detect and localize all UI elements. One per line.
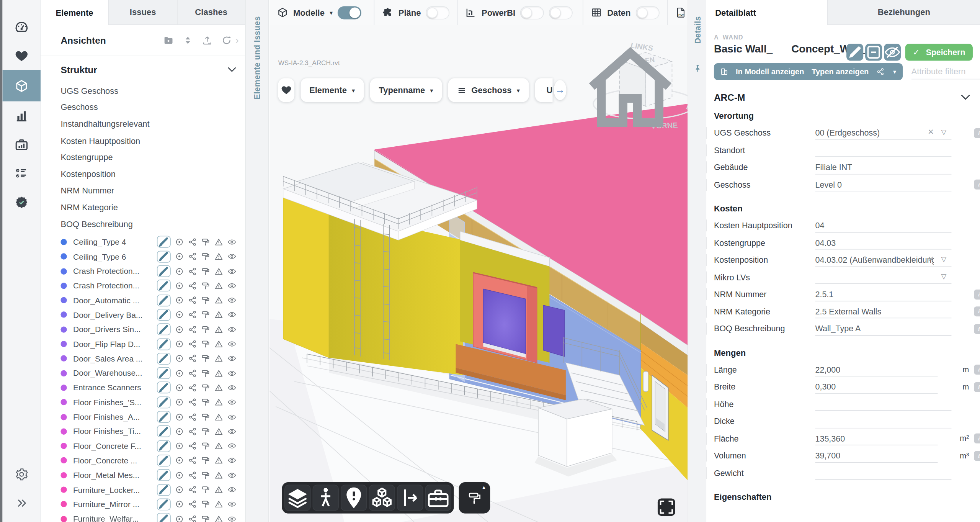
paint-roller-icon[interactable] (201, 398, 210, 407)
paint-roller-icon[interactable] (201, 514, 210, 522)
paintbrush-button[interactable] (157, 484, 171, 496)
type-row[interactable]: Door_Warehouse... (41, 366, 245, 380)
type-row[interactable]: Floor_Concrete F... (41, 439, 245, 453)
attribute-value[interactable]: Wall_Type A (815, 324, 861, 333)
circle-dot-icon[interactable] (175, 369, 184, 378)
apply-filter-button[interactable]: → (554, 80, 566, 100)
details-rail[interactable]: Details (688, 0, 706, 522)
circle-dot-icon[interactable] (175, 325, 184, 334)
attribute-value[interactable]: 04 (815, 221, 824, 230)
circle-dot-icon[interactable] (175, 412, 184, 421)
share-nodes-icon[interactable] (188, 296, 197, 305)
info-button[interactable]: i (974, 180, 980, 190)
paintbrush-button[interactable] (157, 411, 171, 423)
details-rail-label[interactable]: Details (693, 16, 702, 44)
tab-detailblatt[interactable]: Detailblatt (706, 0, 827, 25)
share-nodes-icon[interactable] (188, 354, 197, 363)
caret-down-icon[interactable]: ▾ (893, 68, 896, 75)
type-row[interactable]: Floor Finishes_A... (41, 409, 245, 424)
paint-roller-icon[interactable] (201, 485, 210, 494)
sort-icon[interactable] (182, 35, 193, 46)
type-row[interactable]: Crash Protection... (41, 278, 245, 293)
eye-icon[interactable] (227, 514, 236, 522)
circle-dot-icon[interactable] (175, 514, 184, 522)
type-row[interactable]: Door_Delivery Ba... (41, 308, 245, 322)
pin-icon[interactable] (693, 64, 702, 75)
attribute-value[interactable]: 22,000 (815, 365, 840, 374)
structure-item[interactable]: BOQ Beschreibung (60, 216, 245, 232)
paint-roller-icon[interactable] (201, 354, 210, 363)
circle-dot-icon[interactable] (175, 354, 184, 363)
attribute-value[interactable]: 04.03 (815, 238, 836, 247)
caret-down-icon[interactable]: ▾ (330, 9, 333, 16)
sidebar-item-cube[interactable] (2, 70, 41, 101)
paint-tool-button[interactable]: ▲ (459, 482, 490, 514)
type-row[interactable]: Floor Finishes_'S... (41, 395, 245, 409)
sidebar-item-report[interactable] (2, 130, 41, 159)
eye-icon[interactable] (227, 456, 236, 465)
eye-icon[interactable] (227, 500, 236, 509)
warning-triangle-icon[interactable] (214, 325, 223, 334)
attribute-filter-input[interactable] (911, 64, 980, 79)
eye-icon[interactable] (227, 442, 236, 450)
paint-roller-icon[interactable] (201, 383, 210, 392)
warning-triangle-icon[interactable] (214, 238, 223, 247)
share-nodes-icon[interactable] (188, 471, 197, 479)
share-nodes-icon[interactable] (188, 383, 197, 392)
toggle-off[interactable] (636, 6, 660, 19)
eye-off-button[interactable] (884, 44, 901, 61)
paintbrush-button[interactable] (157, 498, 171, 510)
paintbrush-button[interactable] (157, 367, 171, 379)
attribute-value[interactable]: 39,700 (815, 451, 840, 460)
pinned-filter-button[interactable]: U (535, 78, 552, 102)
warning-triangle-icon[interactable] (214, 354, 223, 363)
fullscreen-button[interactable] (658, 499, 675, 516)
paintbrush-button[interactable] (157, 396, 171, 408)
eye-icon[interactable] (227, 281, 236, 290)
paint-roller-icon[interactable] (201, 340, 210, 349)
paint-roller-icon[interactable] (201, 427, 210, 436)
warning-triangle-icon[interactable] (214, 369, 223, 378)
type-row[interactable]: Furniture_Locker... (41, 483, 245, 497)
elements-issues-rail[interactable]: Elemente und Issues (245, 0, 269, 522)
cube-icon[interactable] (277, 7, 288, 18)
paint-roller-icon[interactable] (201, 500, 210, 509)
toggle-off[interactable] (426, 6, 450, 19)
share-nodes-icon[interactable] (188, 456, 197, 465)
paint-roller-icon[interactable] (201, 412, 210, 421)
warning-triangle-icon[interactable] (214, 427, 223, 436)
filter-dropdown-icon[interactable]: ▽ (941, 272, 947, 280)
info-button[interactable]: i (974, 365, 980, 375)
type-row[interactable]: Door_Drivers Sin... (41, 322, 245, 337)
warning-triangle-icon[interactable] (214, 267, 223, 276)
show-in-model-label[interactable]: In Modell anzeigen (736, 67, 804, 76)
refresh-icon[interactable] (221, 35, 232, 46)
warning-triangle-icon[interactable] (214, 514, 223, 522)
attribute-value[interactable]: Filiale INT (815, 163, 852, 172)
warning-triangle-icon[interactable] (214, 383, 223, 392)
share-nodes-icon[interactable] (188, 252, 197, 261)
paint-roller-icon[interactable] (201, 238, 210, 247)
circle-dot-icon[interactable] (175, 267, 184, 276)
tab-clashes[interactable]: Clashes (177, 0, 245, 25)
circle-dot-icon[interactable] (175, 427, 184, 436)
paintbrush-button[interactable] (157, 440, 171, 452)
show-types-label[interactable]: Typen anzeigen (812, 67, 869, 76)
paint-roller-icon[interactable] (201, 281, 210, 290)
eye-icon[interactable] (227, 383, 236, 392)
structure-item[interactable]: Kostengruppe (60, 149, 245, 165)
circle-dot-icon[interactable] (175, 442, 184, 450)
eye-icon[interactable] (227, 252, 236, 261)
share-nodes-icon[interactable] (188, 281, 197, 290)
paintbrush-button[interactable] (157, 309, 171, 321)
circle-dot-icon[interactable] (175, 296, 184, 305)
attribute-value[interactable]: 00 (Erdgeschoss) (815, 128, 880, 137)
paintbrush-button[interactable] (157, 265, 171, 277)
circle-dot-icon[interactable] (175, 238, 184, 247)
paint-roller-icon[interactable] (201, 267, 210, 276)
paint-roller-icon[interactable] (201, 311, 210, 319)
pdf-file-icon[interactable]: PDF (675, 7, 686, 18)
share-nodes-icon[interactable] (188, 325, 197, 334)
tab-beziehungen[interactable]: Beziehungen (827, 0, 980, 25)
table-icon[interactable] (591, 7, 602, 18)
